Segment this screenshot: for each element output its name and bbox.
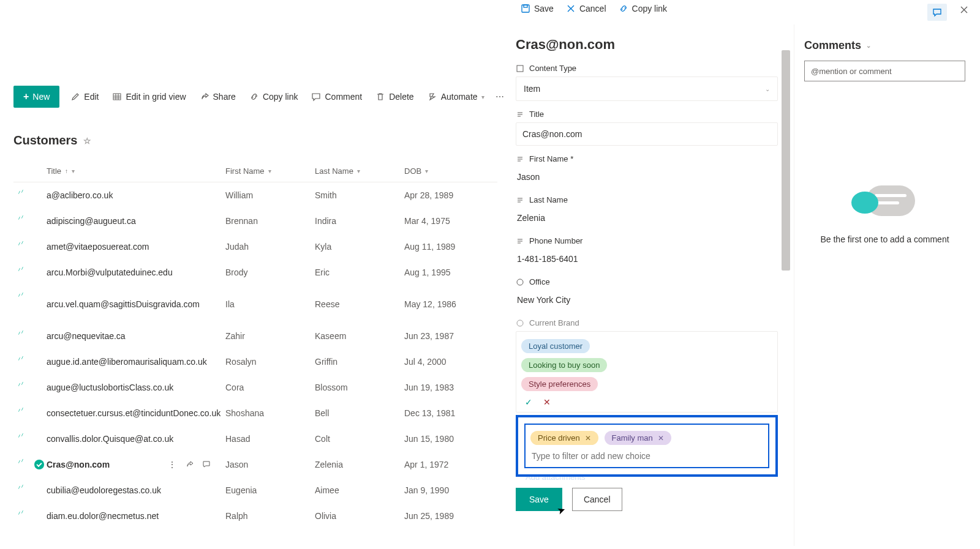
new-indicator-icon: ⸝⸝	[16, 506, 24, 515]
comments-toggle[interactable]	[927, 4, 947, 21]
comment-input[interactable]: @mention or comment	[804, 61, 965, 81]
chevron-down-icon: ▾	[72, 168, 75, 174]
new-indicator-icon: ⸝⸝	[16, 378, 24, 387]
cell-dob: Apr 28, 1989	[404, 190, 496, 200]
content-type-select[interactable]: Item ⌄	[516, 77, 778, 101]
svg-point-5	[517, 320, 523, 326]
tag-looking[interactable]: Looking to buy soon	[521, 358, 607, 372]
text-icon	[516, 155, 524, 163]
table-row[interactable]: ⸝⸝augue.id.ante@liberomaurisaliquam.co.u…	[13, 349, 497, 375]
table-row[interactable]: ⸝⸝adipiscing@augueut.caBrennanIndiraMar …	[13, 208, 497, 234]
chevron-down-icon: ▾	[357, 168, 360, 174]
confirm-check-icon[interactable]: ✓	[525, 397, 532, 407]
cell-last: Indira	[315, 216, 404, 226]
panel-save-button[interactable]: Save	[516, 488, 562, 511]
save-action[interactable]: Save	[521, 4, 554, 13]
tag-picker-highlight: Price driven✕ Family man✕ Add attachment…	[516, 415, 778, 477]
add-attachments-link[interactable]: Add attachments	[526, 472, 586, 482]
first-name-label: First Name *	[529, 154, 573, 163]
col-last[interactable]: Last Name▾	[315, 166, 404, 176]
tag-filter-input[interactable]	[530, 447, 763, 465]
close-panel[interactable]	[959, 5, 969, 15]
comment-icon[interactable]	[202, 460, 211, 468]
last-name-value[interactable]: Zelenia	[516, 208, 778, 228]
col-dob[interactable]: DOB▾	[404, 166, 496, 176]
table-row[interactable]: ⸝⸝arcu.vel.quam@sagittisDuisgravida.comI…	[13, 285, 497, 323]
cancel-action[interactable]: Cancel	[566, 4, 606, 13]
chevron-down-icon: ⌄	[765, 86, 770, 92]
share-command[interactable]: Share	[197, 88, 238, 105]
close-icon	[959, 5, 969, 15]
svg-rect-1	[524, 5, 527, 7]
cell-dob: Mar 4, 1975	[404, 216, 496, 226]
new-indicator-icon: ⸝⸝	[16, 185, 24, 195]
copylink-command[interactable]: Copy link	[247, 88, 301, 105]
cancel-icon	[566, 4, 576, 13]
delete-command[interactable]: Delete	[373, 88, 416, 105]
scroll-thumb[interactable]	[782, 50, 790, 271]
table-row[interactable]: ⸝⸝⋮Cras@non.comJasonZeleniaApr 1, 1972	[13, 452, 497, 477]
table-row[interactable]: ⸝⸝augue@luctuslobortisClass.co.ukCoraBlo…	[13, 375, 497, 400]
col-first[interactable]: First Name▾	[225, 166, 315, 176]
cell-first: Rosalyn	[225, 357, 315, 367]
cell-title: convallis.dolor.Quisque@at.co.uk	[47, 434, 225, 444]
chosen-tag-family[interactable]: Family man✕	[605, 431, 671, 445]
table-row[interactable]: ⸝⸝amet@vitaeposuereat.comJudahKylaAug 11…	[13, 234, 497, 260]
panel-scrollbar[interactable]: ▴	[782, 49, 790, 542]
new-button[interactable]: +New	[13, 86, 59, 108]
content-type-value: Item	[524, 84, 540, 94]
cell-dob: May 12, 1986	[404, 299, 496, 309]
automate-icon	[428, 92, 437, 102]
tag-loyal[interactable]: Loyal customer	[521, 339, 590, 353]
comments-heading[interactable]: Comments⌄	[804, 39, 969, 52]
favorite-star-icon[interactable]: ☆	[83, 136, 91, 146]
automate-label: Automate	[441, 92, 478, 102]
phone-value[interactable]: 1-481-185-6401	[516, 249, 778, 269]
first-name-value[interactable]: Jason	[516, 167, 778, 187]
cell-last: Kaseem	[315, 331, 404, 341]
automate-command[interactable]: Automate▾	[425, 88, 487, 105]
cell-first: Hasad	[225, 434, 315, 444]
table-row[interactable]: ⸝⸝arcu.Morbi@vulputateduinec.eduBrodyEri…	[13, 260, 497, 285]
edit-icon	[70, 92, 80, 102]
new-indicator-icon: ⸝⸝	[16, 237, 24, 246]
panel-cancel-button[interactable]: Cancel	[572, 488, 622, 511]
col-title[interactable]: Title↑▾	[47, 166, 225, 176]
confirm-x-icon[interactable]: ✕	[543, 397, 551, 407]
title-input[interactable]	[516, 122, 778, 146]
remove-tag-icon[interactable]: ✕	[658, 434, 664, 443]
text-icon	[516, 196, 524, 204]
row-more-icon[interactable]: ⋮	[168, 460, 176, 469]
cell-last: Kyla	[315, 242, 404, 252]
copylink-action[interactable]: Copy link	[619, 4, 668, 13]
cell-title: amet@vitaeposuereat.com	[47, 242, 225, 252]
copylink-label: Copy link	[632, 4, 668, 13]
comment-icon	[311, 92, 321, 102]
panel-title: Cras@non.com	[516, 37, 778, 53]
plus-icon: +	[23, 91, 29, 102]
tag-style[interactable]: Style preferences	[521, 377, 598, 391]
table-row[interactable]: ⸝⸝convallis.dolor.Quisque@at.co.ukHasadC…	[13, 426, 497, 452]
table-row[interactable]: ⸝⸝arcu@nequevitae.caZahirKaseemJun 23, 1…	[13, 323, 497, 349]
share-icon[interactable]	[185, 460, 194, 468]
svg-point-4	[517, 279, 523, 285]
cell-last: Blossom	[315, 383, 404, 392]
suggestions-dropdown[interactable]: Loyal customer Looking to buy soon Style…	[516, 331, 778, 413]
cell-dob: Jul 4, 2000	[404, 357, 496, 367]
chevron-down-icon: ▾	[481, 94, 484, 100]
comments-panel: Comments⌄ @mention or comment Be the fir…	[794, 24, 975, 546]
table-row[interactable]: ⸝⸝consectetuer.cursus.et@tinciduntDonec.…	[13, 400, 497, 426]
edit-command[interactable]: Edit	[68, 88, 101, 105]
chosen-tag-price[interactable]: Price driven✕	[530, 431, 598, 445]
cell-last: Smith	[315, 190, 404, 200]
table-row[interactable]: ⸝⸝a@aclibero.co.ukWilliamSmithApr 28, 19…	[13, 182, 497, 208]
comment-command[interactable]: Comment	[309, 88, 364, 105]
table-row[interactable]: ⸝⸝cubilia@eudoloregestas.co.ukEugeniaAim…	[13, 477, 497, 503]
office-value[interactable]: New York City	[516, 290, 778, 310]
cell-title: adipiscing@augueut.ca	[47, 216, 225, 226]
grid-command[interactable]: Edit in grid view	[110, 88, 188, 105]
remove-tag-icon[interactable]: ✕	[585, 434, 591, 443]
new-indicator-icon: ⸝⸝	[16, 288, 24, 297]
empty-comments-illustration	[851, 185, 919, 222]
table-row[interactable]: ⸝⸝diam.eu.dolor@necmetus.netRalphOliviaJ…	[13, 503, 497, 529]
